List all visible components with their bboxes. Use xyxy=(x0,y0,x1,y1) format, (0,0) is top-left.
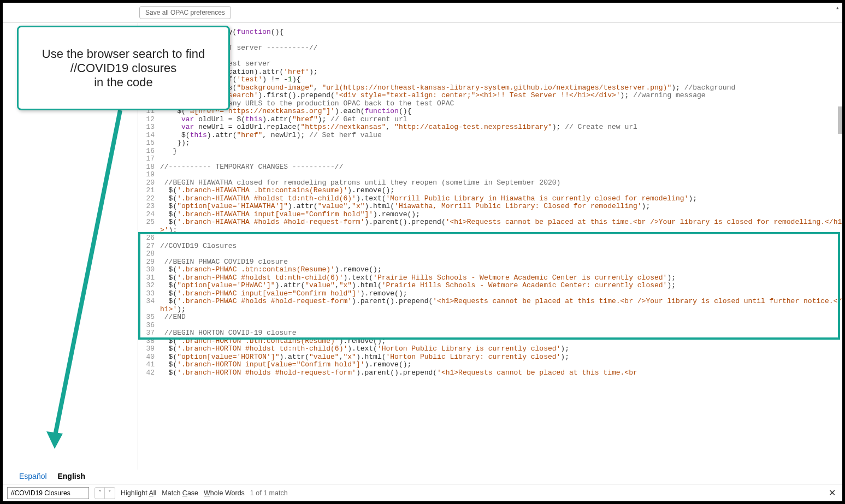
code-text[interactable]: //BEGIN HIAWATHA closed for remodeling p… xyxy=(160,179,842,187)
code-text[interactable]: $('a[href^="https://nextkansas.org"]').e… xyxy=(160,108,842,116)
match-case-option[interactable]: Match Case xyxy=(162,489,198,497)
code-line[interactable]: 15 }); xyxy=(138,139,842,147)
code-line[interactable]: 34 $('.branch-PHWAC #holds #hold-request… xyxy=(138,298,842,313)
code-line[interactable]: 8 $("body").css("background-image", "url… xyxy=(138,84,842,92)
code-line[interactable]: 19 xyxy=(138,171,842,179)
code-text[interactable]: $(document).ready(function(){ xyxy=(160,28,842,37)
code-text[interactable]: $("option[value='HORTON']").attr("value"… xyxy=(160,353,842,361)
code-line[interactable]: 38 $('.branch-HORTON .btn:contains(Resum… xyxy=(138,337,842,346)
code-text[interactable] xyxy=(160,234,842,242)
code-text[interactable]: if(url.indexOf('test') != -1){ xyxy=(160,76,842,84)
code-text[interactable]: $('.branch-PHWAC input[value="Confirm ho… xyxy=(160,290,842,298)
code-text[interactable]: $('.branch-HIAWATHA input[value="Confirm… xyxy=(160,211,842,219)
code-line[interactable]: 6 var url = $(location).attr('href'); xyxy=(138,68,842,76)
find-next-button[interactable]: ˅ xyxy=(105,488,115,499)
code-text[interactable] xyxy=(160,322,842,330)
find-input[interactable] xyxy=(7,487,89,499)
code-text[interactable]: //---------- TEST server ----------// xyxy=(160,44,842,52)
highlight-all-option[interactable]: Highlight All xyxy=(121,489,156,497)
code-text[interactable]: $("option[value='HIAWATHA']").attr("valu… xyxy=(160,203,842,211)
code-line[interactable]: 16 } xyxy=(138,147,842,156)
code-text[interactable]: //BEGIN PHWAC COVID19 closure xyxy=(160,258,842,266)
code-text[interactable] xyxy=(160,171,842,179)
code-text[interactable]: $('.branch-HORTON #holdst td:nth-child(6… xyxy=(160,345,842,353)
code-line[interactable]: 39 $('.branch-HORTON #holdst td:nth-chil… xyxy=(138,345,842,353)
code-line[interactable]: 36 xyxy=(138,322,842,330)
save-opac-button[interactable]: Save all OPAC preferences xyxy=(139,6,231,19)
code-line[interactable]: 26 xyxy=(138,234,842,242)
code-line[interactable]: 11 $('a[href^="https://nextkansas.org"]'… xyxy=(138,108,842,116)
code-text[interactable] xyxy=(160,250,842,258)
code-text[interactable]: $('.branch-PHWAC #holdst td:nth-child(6)… xyxy=(160,274,842,282)
code-line[interactable]: 20 //BEGIN HIAWATHA closed for remodelin… xyxy=(138,179,842,187)
code-text[interactable] xyxy=(160,37,842,45)
code-text[interactable]: //redirects any URLS to the production O… xyxy=(160,100,842,108)
whole-words-option[interactable]: Whole Words xyxy=(204,489,245,497)
code-line[interactable]: 33 $('.branch-PHWAC input[value="Confirm… xyxy=(138,290,842,298)
code-text[interactable]: $("body").css("background-image", "url(h… xyxy=(160,84,842,92)
code-line[interactable]: 7 if(url.indexOf('test') != -1){ xyxy=(138,76,842,84)
code-text[interactable]: $('.branch-HIAWATHA #holds #hold-request… xyxy=(160,218,842,234)
code-text[interactable]: }); xyxy=(160,139,842,147)
line-number: 17 xyxy=(138,155,160,163)
code-text[interactable]: $('.mastheadsearch').first().prepend('<d… xyxy=(160,92,842,100)
code-line[interactable]: 27//COVID19 Closures xyxy=(138,242,842,251)
code-line[interactable]: 17 xyxy=(138,155,842,163)
code-line[interactable]: 13 var newUrl = oldUrl.replace("https://… xyxy=(138,123,842,132)
language-es-link[interactable]: Español xyxy=(19,472,47,481)
code-text[interactable] xyxy=(160,155,842,163)
code-line[interactable]: 21 $('.branch-HIAWATHA .btn:contains(Res… xyxy=(138,187,842,195)
code-area[interactable]: 1$(document).ready(function(){23//------… xyxy=(138,23,842,377)
code-line[interactable]: 4 xyxy=(138,52,842,61)
close-findbar-button[interactable]: ✕ xyxy=(826,488,838,498)
code-line[interactable]: 5 //BEGIN alter test server xyxy=(138,60,842,68)
code-text[interactable]: //END xyxy=(160,313,842,322)
code-text[interactable]: $("option[value='PHWAC']").attr("value",… xyxy=(160,282,842,290)
code-line[interactable]: 22 $('.branch-HIAWATHA #holdst td:nth-ch… xyxy=(138,195,842,203)
code-line[interactable]: 28 xyxy=(138,250,842,258)
code-line[interactable]: 30 $('.branch-PHWAC .btn:contains(Resume… xyxy=(138,266,842,274)
code-line[interactable]: 10 //redirects any URLS to the productio… xyxy=(138,100,842,108)
code-line[interactable]: 32 $("option[value='PHWAC']").attr("valu… xyxy=(138,282,842,290)
code-line[interactable]: 18//---------- TEMPORARY CHANGES -------… xyxy=(138,163,842,171)
code-line[interactable]: 9 $('.mastheadsearch').first().prepend('… xyxy=(138,92,842,100)
code-line[interactable]: 40 $("option[value='HORTON']").attr("val… xyxy=(138,353,842,361)
line-number: 27 xyxy=(138,242,160,251)
code-line[interactable]: 42 $('.branch-HORTON #holds #hold-reques… xyxy=(138,369,842,377)
code-line[interactable]: 37 //BEGIN HORTON COVID-19 closure xyxy=(138,329,842,337)
scroll-up-icon[interactable]: ▴ xyxy=(833,3,842,12)
line-number: 18 xyxy=(138,163,160,171)
code-text[interactable]: //COVID19 Closures xyxy=(160,242,842,251)
code-text[interactable]: $('.branch-HIAWATHA .btn:contains(Resume… xyxy=(160,187,842,195)
code-line[interactable]: 25 $('.branch-HIAWATHA #holds #hold-requ… xyxy=(138,218,842,234)
code-text[interactable]: var oldUrl = $(this).attr("href"); // Ge… xyxy=(160,116,842,124)
code-text[interactable]: $('.branch-PHWAC .btn:contains(Resume)')… xyxy=(160,266,842,274)
code-text[interactable]: //---------- TEMPORARY CHANGES ---------… xyxy=(160,163,842,171)
code-text[interactable]: var url = $(location).attr('href'); xyxy=(160,68,842,76)
code-line[interactable]: 31 $('.branch-PHWAC #holdst td:nth-child… xyxy=(138,274,842,282)
code-text[interactable] xyxy=(160,52,842,61)
code-line[interactable]: 24 $('.branch-HIAWATHA input[value="Conf… xyxy=(138,211,842,219)
code-line[interactable]: 2 xyxy=(138,37,842,45)
code-line[interactable]: 41 $('.branch-HORTON input[value="Confir… xyxy=(138,361,842,369)
code-line[interactable]: 12 var oldUrl = $(this).attr("href"); //… xyxy=(138,116,842,124)
code-text[interactable]: $('.branch-HORTON .btn:contains(Resume)'… xyxy=(160,337,842,346)
code-text[interactable]: $(this).attr("href", newUrl); // Set her… xyxy=(160,132,842,140)
code-text[interactable]: //BEGIN HORTON COVID-19 closure xyxy=(160,329,842,337)
code-line[interactable]: 1$(document).ready(function(){ xyxy=(138,28,842,37)
code-text[interactable]: $('.branch-PHWAC #holds #hold-request-fo… xyxy=(160,298,842,313)
code-line[interactable]: 29 //BEGIN PHWAC COVID19 closure xyxy=(138,258,842,266)
code-line[interactable]: 3//---------- TEST server ----------// xyxy=(138,44,842,52)
code-text[interactable]: //BEGIN alter test server xyxy=(160,60,842,68)
find-prev-button[interactable]: ˄ xyxy=(95,488,105,499)
code-line[interactable]: 35 //END xyxy=(138,313,842,322)
code-text[interactable]: var newUrl = oldUrl.replace("https://nex… xyxy=(160,123,842,132)
code-text[interactable]: } xyxy=(160,147,842,156)
code-editor[interactable]: 1$(document).ready(function(){23//------… xyxy=(138,23,842,470)
code-text[interactable]: $('.branch-HORTON #holds #hold-request-f… xyxy=(160,369,842,377)
code-text[interactable]: $('.branch-HORTON input[value="Confirm h… xyxy=(160,361,842,369)
line-number: 13 xyxy=(138,123,160,132)
code-line[interactable]: 14 $(this).attr("href", newUrl); // Set … xyxy=(138,132,842,140)
code-text[interactable]: $('.branch-HIAWATHA #holdst td:nth-child… xyxy=(160,195,842,203)
code-line[interactable]: 23 $("option[value='HIAWATHA']").attr("v… xyxy=(138,203,842,211)
